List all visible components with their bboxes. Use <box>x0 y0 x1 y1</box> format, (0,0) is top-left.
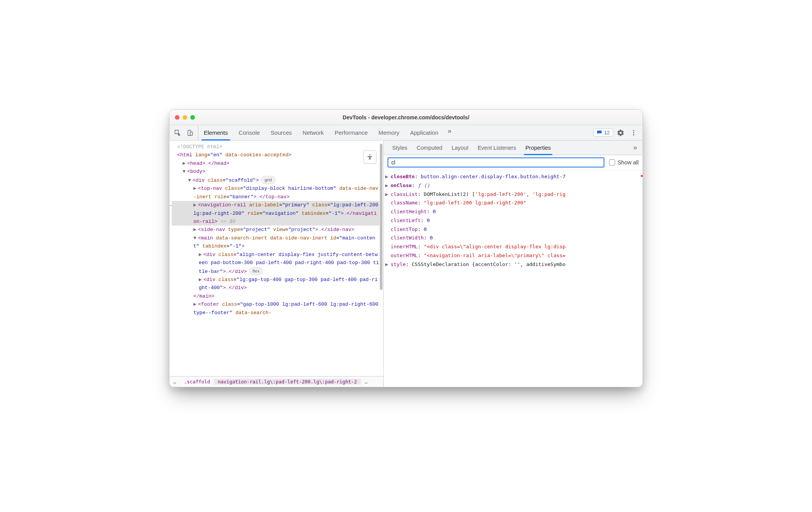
property-row[interactable]: clientHeight: 0 <box>385 207 641 216</box>
side-panel: Styles Computed Layout Event Listeners P… <box>384 141 643 387</box>
dom-node-selected[interactable]: ⋯▶<navigation-rail aria-label="primary" … <box>172 201 379 226</box>
dom-node[interactable]: ▶<top-nav class="display-block hairline-… <box>172 184 379 201</box>
dom-node[interactable]: ▼<div class="scaffold">grid <box>172 176 379 184</box>
dom-node[interactable]: ▶<div class="lg:gap-top-400 gap-top-300 … <box>172 276 379 292</box>
property-row[interactable]: innerHTML: "<div class=\"align-center di… <box>385 243 641 251</box>
show-all-checkbox[interactable] <box>609 159 615 166</box>
breadcrumb-overflow-icon[interactable]: … <box>169 379 180 385</box>
tab-application[interactable]: Application <box>405 125 444 140</box>
dom-node[interactable]: ▶<footer class="gap-top-1000 lg:pad-left… <box>172 300 379 317</box>
dom-node[interactable]: <!DOCTYPE html> <box>172 143 379 151</box>
property-row[interactable]: className: "lg:pad-left-200 lg:pad-right… <box>385 199 641 207</box>
dom-node[interactable]: ▼<main data-search-inert data-side-nav-i… <box>172 234 379 251</box>
dom-node[interactable]: ▶<side-nav type="project" view="project"… <box>172 226 379 234</box>
property-row[interactable]: clientWidth: 0 <box>385 234 641 243</box>
minimize-window-button[interactable] <box>183 115 187 120</box>
content-area: <!DOCTYPE html> <html lang="en" data-coo… <box>169 141 643 387</box>
crumb-scaffold[interactable]: .scaffold <box>180 379 214 385</box>
devtools-window: DevTools - developer.chrome.com/docs/dev… <box>169 109 643 387</box>
inspect-element-icon[interactable] <box>172 127 183 139</box>
property-row[interactable]: ▶closeBtn: button.align-center.display-f… <box>385 172 641 181</box>
subtab-properties[interactable]: Properties <box>521 141 555 155</box>
maximize-window-button[interactable] <box>190 115 195 120</box>
subtab-event-listeners[interactable]: Event Listeners <box>473 141 521 155</box>
property-row[interactable]: clientTop: 0 <box>385 225 641 234</box>
device-toolbar-icon[interactable] <box>184 127 196 139</box>
dom-node[interactable]: ▼<body> <box>172 167 379 176</box>
subtab-styles[interactable]: Styles <box>388 141 412 155</box>
tab-network[interactable]: Network <box>297 125 329 140</box>
layout-badge[interactable]: flex <box>249 267 263 275</box>
issues-badge[interactable]: 12 <box>593 129 613 137</box>
window-title: DevTools - developer.chrome.com/docs/dev… <box>169 114 643 120</box>
dom-pane: <!DOCTYPE html> <html lang="en" data-coo… <box>169 141 384 387</box>
titlebar: DevTools - developer.chrome.com/docs/dev… <box>169 110 643 125</box>
property-row[interactable]: clientLeft: 0 <box>385 216 641 225</box>
property-row[interactable]: ▶classList: DOMTokenList(2) ['lg:pad-lef… <box>385 190 641 199</box>
show-all-toggle[interactable]: Show all <box>609 159 639 166</box>
property-row[interactable]: outerHTML: "<navigation-rail aria-label=… <box>385 251 641 260</box>
property-row[interactable]: ▶onClose: ƒ () <box>385 181 641 190</box>
tab-sources[interactable]: Sources <box>265 125 297 140</box>
close-window-button[interactable] <box>175 115 180 120</box>
issues-count: 12 <box>604 130 610 136</box>
breadcrumb-overflow-icon[interactable]: … <box>361 379 372 385</box>
properties-filter-input[interactable] <box>388 157 604 167</box>
subtabs-overflow-icon[interactable] <box>629 142 641 154</box>
subtab-computed[interactable]: Computed <box>412 141 447 155</box>
tab-memory[interactable]: Memory <box>373 125 405 140</box>
dom-node[interactable]: ▶<head>…</head> <box>172 159 379 167</box>
tab-performance[interactable]: Performance <box>329 125 373 140</box>
dom-node[interactable]: ▶<div class="align-center display-flex j… <box>172 251 379 276</box>
dom-scrollbar[interactable] <box>380 144 383 290</box>
show-all-label: Show all <box>617 159 639 166</box>
breadcrumb[interactable]: … .scaffold navigation-rail.lg\:pad-left… <box>169 376 383 387</box>
tab-elements[interactable]: Elements <box>198 125 233 140</box>
svg-point-4 <box>633 134 634 135</box>
tab-console[interactable]: Console <box>233 125 265 140</box>
properties-filter-row: Show all <box>384 155 643 170</box>
svg-rect-1 <box>190 132 193 135</box>
main-toolbar: Elements Console Sources Network Perform… <box>169 125 643 141</box>
svg-point-2 <box>633 130 634 131</box>
settings-icon[interactable] <box>615 127 626 139</box>
subtab-layout[interactable]: Layout <box>447 141 473 155</box>
side-panel-tabs: Styles Computed Layout Event Listeners P… <box>384 141 643 155</box>
property-row[interactable]: ▶style: CSSStyleDeclaration {accentColor… <box>385 260 641 269</box>
svg-point-3 <box>633 132 634 133</box>
main-tabs: Elements Console Sources Network Perform… <box>198 125 455 140</box>
layout-badge[interactable]: grid <box>261 176 275 184</box>
dom-tree[interactable]: <!DOCTYPE html> <html lang="en" data-coo… <box>169 141 383 376</box>
tabs-overflow-icon[interactable] <box>444 125 455 137</box>
traffic-lights <box>175 115 195 120</box>
crumb-navigation-rail[interactable]: navigation-rail.lg\:pad-left-200.lg\:pad… <box>214 379 361 385</box>
dom-node[interactable]: <html lang="en" data-cookies-accepted> <box>172 151 379 159</box>
properties-list[interactable]: ▶closeBtn: button.align-center.display-f… <box>384 170 643 271</box>
dom-node[interactable]: </main> <box>172 292 379 300</box>
more-menu-icon[interactable] <box>628 127 639 139</box>
